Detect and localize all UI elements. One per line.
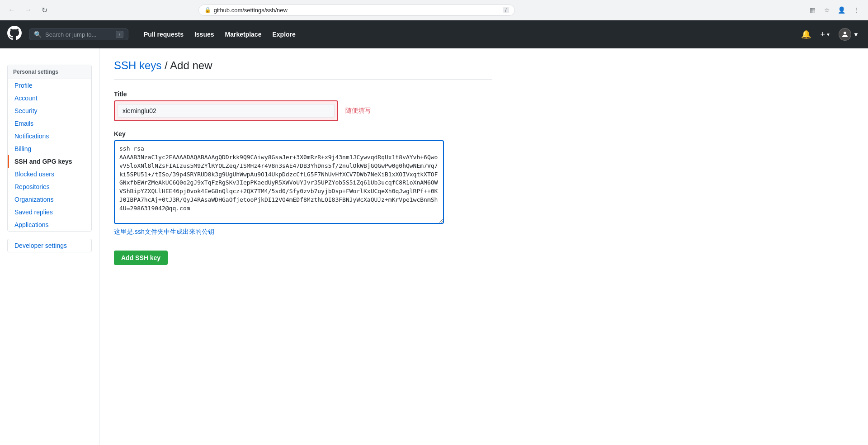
browser-bookmark-button[interactable]: ☆ [821,4,834,16]
github-navbar: 🔍 / Pull requests Issues Marketplace Exp… [0,20,868,48]
notifications-button[interactable]: 🔔 [798,28,814,41]
avatar [839,28,851,41]
page-layout: Personal settings Profile Account Securi… [0,48,868,445]
nav-issues[interactable]: Issues [190,27,219,42]
search-input[interactable] [45,31,112,38]
user-avatar-button[interactable]: ▼ [837,26,861,43]
browser-url-input[interactable] [214,7,500,14]
breadcrumb-link[interactable]: SSH keys [114,59,161,71]
title-annotation: 随便填写 [345,107,371,115]
nav-marketplace[interactable]: Marketplace [221,27,266,42]
sidebar-item-repositories[interactable]: Repositories [8,180,91,193]
sidebar-item-billing[interactable]: Billing [8,142,91,155]
breadcrumb-separator: / [165,59,170,71]
bell-icon: 🔔 [801,29,811,39]
plus-caret-icon: ▼ [826,32,830,37]
browser-menu-button[interactable]: ⋮ [850,4,863,16]
browser-forward-button[interactable]: → [22,4,34,16]
title-form-group: Title 随便填写 [114,90,492,121]
title-form-row: 随便填写 [114,100,492,121]
main-content: SSH keys / Add new Title 随便填写 Key ssh-rs… [99,48,506,445]
browser-chrome: ← → ↻ 🔒 / ▦ ☆ 👤 ⋮ [0,0,868,20]
sidebar-developer-section: Developer settings [7,239,92,252]
breadcrumb-current: Add new [170,59,212,71]
sidebar-item-profile[interactable]: Profile [8,79,91,92]
sidebar-item-saved-replies[interactable]: Saved replies [8,206,91,218]
sidebar-item-applications[interactable]: Applications [8,218,91,231]
new-item-button[interactable]: + ▼ [817,28,833,41]
sidebar-item-developer-settings[interactable]: Developer settings [8,239,91,252]
browser-cast-button[interactable]: ▦ [807,4,819,16]
nav-explore[interactable]: Explore [268,27,300,42]
sidebar: Personal settings Profile Account Securi… [0,48,99,445]
browser-account-button[interactable]: 👤 [835,4,848,16]
search-shortcut-key: / [116,31,123,38]
github-search-bar[interactable]: 🔍 / [29,28,128,40]
key-textarea[interactable]: ssh-rsa AAAAB3NzaC1yc2EAAAADAQABAAAgQDDr… [114,140,444,224]
key-form-group: Key ssh-rsa AAAAB3NzaC1yc2EAAAADAQABAAAg… [114,130,492,236]
browser-right-icons: ▦ ☆ 👤 ⋮ [807,4,863,16]
lock-icon: 🔒 [204,7,211,13]
sidebar-item-blocked-users[interactable]: Blocked users [8,168,91,180]
page-header: SSH keys / Add new [114,59,492,80]
sidebar-item-notifications[interactable]: Notifications [8,130,91,142]
sidebar-item-emails[interactable]: Emails [8,117,91,130]
avatar-caret-icon: ▼ [853,31,859,38]
plus-icon: + [820,30,825,39]
sidebar-personal-settings-section: Personal settings Profile Account Securi… [7,65,92,232]
sidebar-item-account[interactable]: Account [8,92,91,104]
key-annotation: 这里是.ssh文件夹中生成出来的公钥 [114,228,492,236]
browser-back-button[interactable]: ← [5,4,18,16]
sidebar-item-ssh-gpg[interactable]: SSH and GPG keys [8,155,91,168]
browser-shortcut-label: / [503,7,509,13]
add-ssh-key-button[interactable]: Add SSH key [114,251,168,265]
browser-toolbar: ← → ↻ 🔒 / ▦ ☆ 👤 ⋮ [0,0,868,20]
github-nav-links: Pull requests Issues Marketplace Explore [139,27,300,42]
sidebar-item-organizations[interactable]: Organizations [8,193,91,206]
page-title: SSH keys / Add new [114,59,492,72]
search-icon: 🔍 [34,31,42,38]
title-input[interactable] [118,104,335,118]
browser-address-bar[interactable]: 🔒 / [198,5,515,16]
github-logo[interactable] [7,26,22,43]
sidebar-section-title: Personal settings [8,65,91,79]
title-input-wrapper [114,100,338,121]
browser-reload-button[interactable]: ↻ [38,4,51,16]
key-label: Key [114,130,492,137]
sidebar-item-security[interactable]: Security [8,104,91,117]
title-label: Title [114,90,492,98]
github-nav-right: 🔔 + ▼ ▼ [798,26,861,43]
nav-pull-requests[interactable]: Pull requests [139,27,188,42]
